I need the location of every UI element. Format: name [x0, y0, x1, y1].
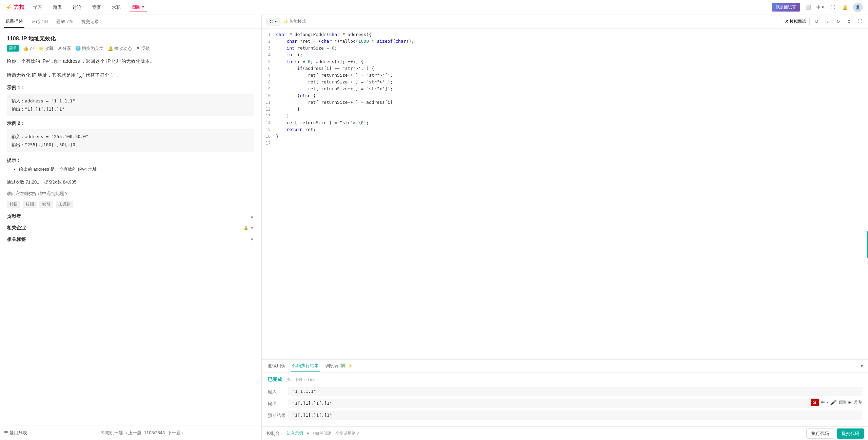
left-tabs: 题目描述 评论 464 题解 725 提交记录: [0, 15, 261, 28]
tab-submissions[interactable]: 提交记录: [80, 16, 100, 27]
simulate-btn[interactable]: ⏱ 模拟面试: [781, 17, 810, 26]
example2-box: 输入：address = "255.100.50.0" 输出："255[.]10…: [7, 129, 254, 152]
tag-question-section: 请问它在哪类招聘中遇到此题？ 社招 校招 实习 未遇到: [7, 191, 254, 208]
language-select[interactable]: C ▼: [267, 18, 280, 25]
code-line: 10 }else {: [262, 92, 868, 99]
expected-row: 预期结果 "1[.]1[.]1[.]1": [268, 410, 863, 420]
vip-btn[interactable]: 我是面试官: [772, 3, 800, 12]
contributor-section: 贡献者 ▲: [7, 213, 254, 219]
collections-btn[interactable]: ⭐ 收藏: [38, 45, 54, 52]
tips-section: 提示： 给出的 address 是一个有效的 IPv4 地址: [7, 157, 254, 172]
undo-icon[interactable]: ↺: [812, 18, 821, 26]
to-english-btn[interactable]: 🌐 切换为英文: [75, 45, 104, 52]
code-line: 2 char *ret = (char *)malloc(1000 * size…: [262, 38, 868, 45]
code-line: 11 ret[ returnSize++ ] = address[i];: [262, 99, 868, 106]
example1-box: 输入：address = "1.1.1.1" 输出："1[.]1[.]1[.]1…: [7, 94, 254, 116]
nav-circle[interactable]: 圈圈 ▼: [130, 3, 147, 12]
code-line: 8 ret[ returnSize++ ] = "str">'.';: [262, 79, 868, 85]
submit-btn[interactable]: 提交代码: [837, 428, 864, 439]
code-line: 12 }: [262, 106, 868, 113]
companies-expand[interactable]: ▼: [250, 226, 254, 230]
expected-value: "1[.]1[.]1[.]1": [288, 410, 863, 420]
bottom-center: ⚄ 随机一题 ‹ 上一题 1108/2543 下一题 ›: [101, 430, 183, 436]
tags-expand[interactable]: ▼: [250, 237, 254, 242]
diff-btn[interactable]: 差别: [854, 399, 863, 405]
share-btn[interactable]: ↗ 分享: [58, 45, 71, 52]
problem-title: 1108. IP 地址无效化: [7, 35, 254, 42]
problem-desc2: 所谓无效化 IP 地址，其实就是用 "[.]" 代替了每个 "." 。: [7, 71, 254, 79]
expand-icon[interactable]: ⛶: [856, 18, 864, 26]
code-scroll[interactable]: 1char * defangIPaddr(char * address){2 c…: [262, 28, 868, 359]
likes-btn[interactable]: 👍 77: [23, 46, 34, 51]
right-panel: C ▼ ✨ 智能模式 ⏱ 模拟面试 ↺ ▷ ↻ ⚙ ⛶: [262, 15, 868, 440]
tab-test-cases[interactable]: 测试用例: [267, 360, 287, 372]
tab-description[interactable]: 题目描述: [4, 16, 24, 28]
example1-title: 示例 1：: [7, 85, 254, 91]
problem-num: 1108/2543: [144, 430, 165, 435]
redo-icon[interactable]: ↻: [834, 18, 842, 26]
prev-btn[interactable]: ‹ 上一题: [126, 430, 141, 436]
bottom-left: ☰ 题目列表: [4, 430, 27, 436]
code-line: 7 ret[ returnSize++ ] = "str">'[';: [262, 72, 868, 79]
difficulty-row: 简单 👍 77 ⭐ 收藏 ↗ 分享 🌐 切换为英文 �: [7, 45, 254, 52]
code-line: 9 ret[ returnSize++ ] = "str">']';: [262, 85, 868, 92]
tag-social[interactable]: 社招: [7, 201, 20, 208]
output-value: "1[.]1[.]1[.]1": [288, 399, 811, 408]
left-panel: 题目描述 评论 464 题解 725 提交记录 1108. IP 地址无效化 简…: [0, 15, 261, 440]
difficulty-badge: 简单: [7, 45, 19, 52]
random-btn[interactable]: ⚄ 随机一题: [101, 430, 123, 436]
tag-intern[interactable]: 实习: [39, 201, 53, 208]
problem-list-btn[interactable]: ☰ 题目列表: [4, 430, 27, 436]
settings-icon[interactable]: ⚙: [845, 18, 853, 26]
fullscreen-icon[interactable]: ⛶: [829, 3, 837, 12]
tag-campus[interactable]: 校招: [23, 201, 37, 208]
code-line: 6 if(address[i] == "str">'.') {: [262, 65, 868, 72]
subscribe-btn[interactable]: 🔔 接收动态: [108, 45, 132, 52]
code-area: 1char * defangIPaddr(char * address){2 c…: [262, 28, 868, 149]
tag-none[interactable]: 未遇到: [56, 201, 73, 208]
how-to-test-link[interactable]: • 如何创建一个测试用例？: [313, 431, 360, 436]
result-status: 已完成 执行用时：0 ms: [268, 377, 863, 383]
tab-debugger[interactable]: 调试器 测 ⚡: [324, 360, 354, 372]
collapse-btn[interactable]: ▼: [860, 363, 864, 368]
test-panel: 测试用例 代码执行结果 调试器 测 ⚡ ▼ 已完成 执行用时：0 ms: [262, 359, 868, 440]
monitor-icon[interactable]: ⬜: [804, 3, 812, 12]
nav-discuss[interactable]: 讨论: [71, 3, 83, 12]
logo[interactable]: ⚡ 力扣: [5, 4, 24, 11]
tips-item-1: 给出的 address 是一个有效的 IPv4 地址: [19, 166, 254, 172]
output-row: 输出 "1[.]1[.]1[.]1" S 中 · 🎤 ⌨ ⊞ 差别: [268, 399, 863, 408]
nav-study[interactable]: 学习: [31, 3, 44, 12]
code-line: 14 ret[ returnSize ] = "str">'\0';: [262, 119, 868, 126]
nav-job[interactable]: 求职: [110, 3, 123, 12]
code-line: 13 }: [262, 113, 868, 119]
main-container: 题目描述 评论 464 题解 725 提交记录 1108. IP 地址无效化 简…: [0, 15, 868, 440]
run-btn[interactable]: 执行代码: [806, 428, 834, 439]
problem-desc1: 给你一个有效的 IPv4 地址 address ，返回这个 IP 地址的无效化版…: [7, 57, 254, 65]
code-line: 17: [262, 140, 868, 147]
smart-mode-btn[interactable]: ✨ 智能模式: [283, 19, 305, 24]
avatar[interactable]: 👤: [853, 3, 863, 12]
contributor-expand[interactable]: ▲: [250, 214, 254, 219]
code-line: 15 return ret;: [262, 126, 868, 133]
tab-exec-result[interactable]: 代码执行结果: [291, 360, 320, 372]
ime-area: S 中 · 🎤 ⌨ ⊞ 差别: [811, 399, 863, 406]
play-icon[interactable]: ▷: [823, 18, 831, 26]
problem-content: 1108. IP 地址无效化 简单 👍 77 ⭐ 收藏 ↗ 分享: [0, 28, 261, 425]
test-footer: 控制台： 进入示例 ▼ • 如何创建一个测试用例？ 执行代码 提交代码: [262, 426, 868, 440]
action-btns: 执行代码 提交代码: [806, 428, 864, 439]
bell-icon[interactable]: 🔔: [841, 3, 849, 12]
next-btn[interactable]: 下一题 ›: [167, 430, 183, 436]
tab-comments[interactable]: 评论 464: [30, 16, 50, 27]
enter-example-btn[interactable]: 进入示例: [287, 431, 303, 436]
editor-area: 1char * defangIPaddr(char * address){2 c…: [262, 28, 868, 359]
companies-section: 相关企业 🔒 ▼: [7, 225, 254, 231]
input-row: 输入 "1.1.1.1": [268, 387, 863, 396]
lang-switcher[interactable]: 中 ▼: [816, 4, 825, 10]
top-nav: ⚡ 力扣 学习 题库 讨论 竞赛 求职 圈圈 ▼ 我是面试官 ⬜ 中 ▼ ⛶ 🔔…: [0, 0, 868, 15]
tab-solutions[interactable]: 题解 725: [55, 16, 75, 27]
nav-contest[interactable]: 竞赛: [90, 3, 103, 12]
input-value: "1.1.1.1": [288, 387, 863, 396]
feedback-btn[interactable]: ⚑ 反馈: [136, 45, 150, 52]
stats-row: 通过次数 71,201 提交次数 84,935: [7, 179, 254, 185]
nav-problems[interactable]: 题库: [51, 3, 64, 12]
